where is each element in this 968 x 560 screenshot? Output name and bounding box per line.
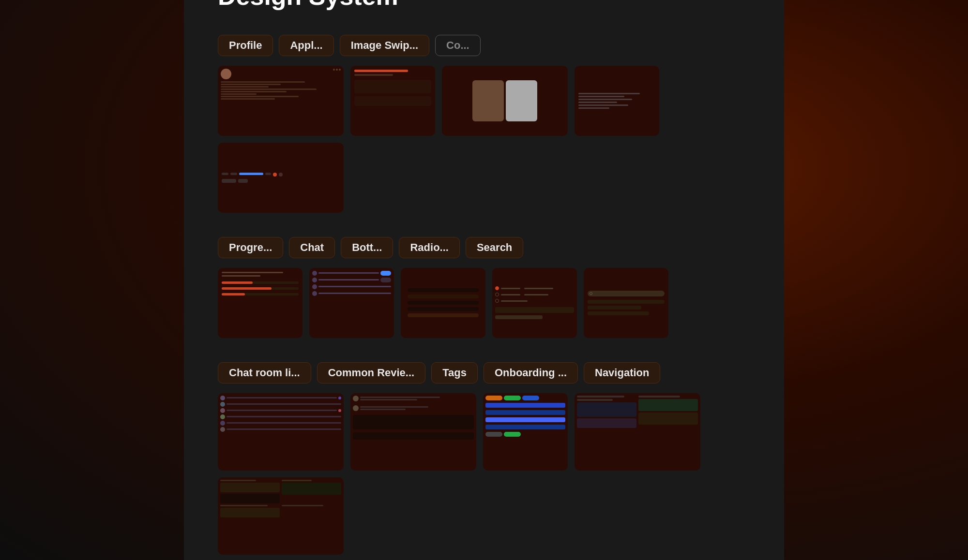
section-1-cards (218, 66, 750, 213)
radio-dot-1 (495, 286, 499, 290)
section-2: Progre... Chat Bott... Radio... Search (218, 237, 750, 338)
radio-card[interactable] (492, 268, 577, 338)
section-1: Profile Appl... Image Swip... Co... (218, 35, 750, 213)
navigation-card[interactable] (218, 477, 344, 555)
appl-card[interactable] (350, 66, 435, 136)
radio-dot-3 (495, 299, 499, 303)
tags-card[interactable] (483, 393, 568, 471)
section-3-cards (218, 393, 750, 555)
pills-card[interactable] (218, 143, 344, 213)
bottom-card[interactable] (401, 268, 485, 338)
search-icon-mini (590, 292, 592, 295)
page-title: Design System (218, 0, 750, 11)
tag-co[interactable]: Co... (435, 35, 481, 56)
section-3-tags: Chat room li... Common Revie... Tags Onb… (218, 362, 750, 383)
search-card[interactable] (584, 268, 668, 338)
tag-tags[interactable]: Tags (431, 362, 478, 383)
tag-appl[interactable]: Appl... (279, 35, 333, 56)
co-card[interactable] (575, 66, 659, 136)
tag-bott[interactable]: Bott... (341, 237, 393, 258)
tag-imageswip[interactable]: Image Swip... (340, 35, 429, 56)
tag-navigation[interactable]: Navigation (584, 362, 660, 383)
imageswipe-card[interactable] (442, 66, 568, 136)
section-2-cards (218, 268, 750, 338)
tag-onboarding[interactable]: Onboarding ... (484, 362, 578, 383)
chatroomli-card[interactable] (218, 393, 344, 471)
radio-dot-2 (495, 293, 499, 296)
profile-dots (333, 69, 341, 71)
tag-chat[interactable]: Chat (289, 237, 335, 258)
tag-chatroomli[interactable]: Chat room li... (218, 362, 311, 383)
commonreview-card[interactable] (350, 393, 476, 471)
tag-search[interactable]: Search (466, 237, 523, 258)
profile-avatar (221, 69, 231, 79)
chat-card[interactable] (309, 268, 394, 338)
tag-profile[interactable]: Profile (218, 35, 273, 56)
tag-radio[interactable]: Radio... (399, 237, 459, 258)
imgswipe-img1 (472, 80, 504, 121)
main-container: Design System Profile Appl... Image Swip… (184, 0, 784, 560)
section-3: Chat room li... Common Revie... Tags Onb… (218, 362, 750, 555)
imgswipe-img2 (506, 80, 537, 121)
section-2-tags: Progre... Chat Bott... Radio... Search (218, 237, 750, 258)
tag-commonreview[interactable]: Common Revie... (317, 362, 425, 383)
onboarding-card[interactable] (575, 393, 700, 471)
tag-progress[interactable]: Progre... (218, 237, 283, 258)
progress-card[interactable] (218, 268, 302, 338)
section-1-tags: Profile Appl... Image Swip... Co... (218, 35, 750, 56)
profile-card[interactable] (218, 66, 344, 136)
